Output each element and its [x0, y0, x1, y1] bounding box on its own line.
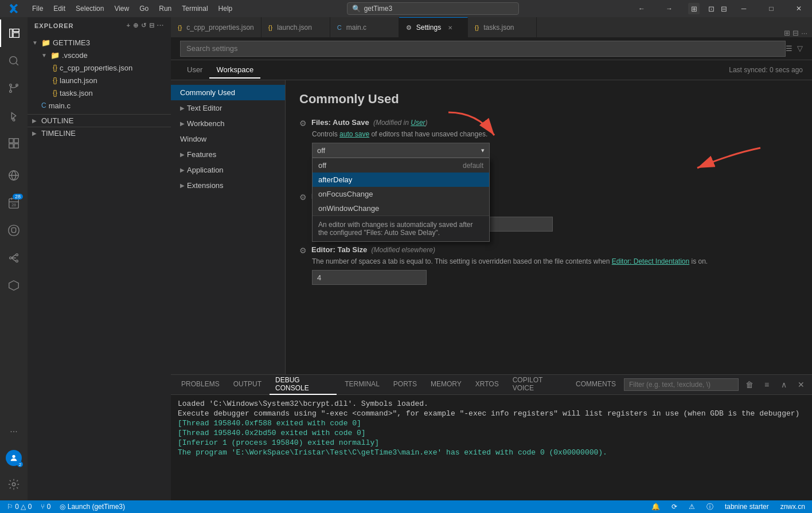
new-folder-icon[interactable]: ⊕ [133, 22, 139, 29]
panel-tab-memory[interactable]: MEMORY [425, 375, 467, 395]
tree-root-gettime3[interactable]: ▼ 📁 GETTIME3 [28, 36, 171, 49]
statusbar-errors[interactable]: ⚐ 0 △ 0 [5, 503, 34, 511]
account-avatar[interactable]: 2 [6, 450, 22, 466]
panel-tab-comments[interactable]: COMMENTS [570, 375, 622, 395]
minimize-button[interactable]: ─ [731, 0, 757, 17]
activity-hex-editor[interactable] [0, 272, 28, 299]
settings-main-content: Commonly Used ⚙ Files: Auto Save (Modifi… [286, 80, 812, 374]
menu-go[interactable]: Go [135, 2, 153, 15]
settings-tab-workspace[interactable]: Workspace [209, 62, 260, 79]
nav-workbench[interactable]: ▶ Workbench [171, 116, 285, 131]
menu-file[interactable]: File [28, 2, 48, 15]
activity-search[interactable] [0, 47, 28, 75]
panel-tab-ports[interactable]: PORTS [388, 375, 423, 395]
close-panel-icon[interactable]: ✕ [795, 378, 807, 391]
layout-icon[interactable]: ⊡ [705, 3, 717, 14]
settings-search-input[interactable] [180, 41, 786, 57]
setting-gear-icon[interactable]: ⚙ [299, 246, 307, 255]
console-line: Execute debugger commands using "-exec <… [178, 409, 805, 418]
activity-copilot[interactable] [0, 217, 28, 244]
tree-folder-vscode[interactable]: ▼ 📁 .vscode [28, 49, 171, 61]
more-actions-icon[interactable]: ··· [157, 22, 164, 29]
detect-indentation-link[interactable]: Editor: Detect Indentation [612, 257, 689, 265]
panel-filter-input[interactable] [624, 378, 739, 391]
auto-save-dropdown[interactable]: off ▾ [312, 143, 490, 158]
panel-tab-xrtos[interactable]: XRTOS [470, 375, 505, 395]
nav-commonly-used[interactable]: Commonly Used [171, 85, 285, 100]
maximize-button[interactable]: □ [758, 0, 784, 17]
statusbar-debug-config[interactable]: ◎ Launch (getTime3) [57, 503, 127, 511]
dropdown-option-off[interactable]: off default [313, 158, 489, 173]
tree-file-tasks[interactable]: {} tasks.json [28, 87, 171, 99]
dropdown-option-onwindowchange[interactable]: onWindowChange [313, 201, 489, 216]
tab-settings[interactable]: ⚙ Settings ✕ [399, 17, 468, 37]
outline-section[interactable]: ▶ OUTLINE [28, 114, 171, 127]
nav-back-button[interactable]: ← [628, 0, 655, 17]
nav-forward-button[interactable]: → [656, 0, 682, 17]
nav-extensions[interactable]: ▶ Extensions [171, 178, 285, 193]
activity-calendar[interactable]: 28 28 [0, 189, 28, 217]
refresh-icon[interactable]: ↺ [141, 22, 147, 29]
activity-run-debug[interactable] [0, 102, 28, 130]
statusbar-sync-icon[interactable]: ⟳ [669, 503, 680, 511]
menu-help[interactable]: Help [214, 2, 237, 15]
tree-file-main-c[interactable]: C main.c [28, 99, 171, 112]
modified-user-link[interactable]: User [411, 119, 425, 127]
statusbar-notification-icon[interactable]: 🔔 [649, 503, 662, 511]
nav-features[interactable]: ▶ Features [171, 147, 285, 162]
menu-selection[interactable]: Selection [71, 2, 108, 15]
search-box[interactable]: 🔍 getTime3 [347, 2, 519, 15]
menu-run[interactable]: Run [154, 2, 176, 15]
settings-list-icon[interactable]: ☰ [786, 44, 793, 53]
layout-split-icon[interactable]: ⊟ [718, 3, 729, 14]
nav-text-editor[interactable]: ▶ Text Editor [171, 100, 285, 116]
dropdown-option-afterdelay[interactable]: afterDelay [313, 173, 489, 187]
activity-remote[interactable] [0, 162, 28, 189]
activity-more[interactable]: ··· [0, 418, 28, 445]
tab-close-settings[interactable]: ✕ [446, 23, 455, 32]
menu-edit[interactable]: Edit [49, 2, 70, 15]
collapse-all-icon[interactable]: ⊟ [149, 22, 155, 29]
tree-file-launch[interactable]: {} launch.json [28, 74, 171, 87]
settings-filter-icon[interactable]: ▽ [797, 44, 803, 53]
settings-icon[interactable] [0, 471, 28, 498]
tab-tasks[interactable]: {} tasks.json [468, 17, 537, 37]
activity-extensions[interactable] [0, 130, 28, 157]
tree-file-c-cpp-props[interactable]: {} c_cpp_properties.json [28, 61, 171, 74]
statusbar-warning-icon[interactable]: ⚠ [686, 503, 697, 511]
maximize-panel-icon[interactable]: ∧ [778, 378, 790, 391]
more-tabs-icon[interactable]: ··· [801, 29, 807, 37]
setting-gear-icon[interactable]: ⚙ [299, 119, 307, 128]
split-editor-icon[interactable]: ⊞ [784, 29, 790, 37]
tab-size-input[interactable] [312, 270, 427, 285]
menu-view[interactable]: View [110, 2, 134, 15]
panel-tab-debug-console[interactable]: DEBUG CONSOLE [270, 375, 337, 395]
auto-save-link[interactable]: auto save [339, 130, 369, 138]
timeline-section[interactable]: ▶ TIMELINE [28, 127, 171, 139]
tab-main-c[interactable]: C main.c [330, 17, 399, 37]
statusbar-tabnine[interactable]: tabnine starter [723, 503, 771, 511]
statusbar-git[interactable]: ⑂ 0 [38, 503, 53, 511]
nav-application[interactable]: ▶ Application [171, 162, 285, 178]
new-file-icon[interactable]: + [126, 22, 130, 29]
panel-tab-terminal[interactable]: TERMINAL [339, 375, 385, 395]
panel-tab-output[interactable]: OUTPUT [228, 375, 267, 395]
panel-layout-icon[interactable]: ⊞ [688, 3, 700, 14]
activity-git-graph[interactable] [0, 244, 28, 272]
word-wrap-icon[interactable]: ≡ [760, 378, 773, 391]
activity-explorer[interactable] [0, 19, 28, 47]
statusbar-info[interactable]: ⓘ [704, 502, 716, 512]
tab-c-cpp-properties[interactable]: {} c_cpp_properties.json [171, 17, 261, 37]
setting-gear-icon[interactable]: ⚙ [299, 193, 307, 202]
tab-layout-icon[interactable]: ⊟ [793, 29, 799, 37]
close-button[interactable]: ✕ [786, 0, 812, 17]
menu-terminal[interactable]: Terminal [177, 2, 212, 15]
dropdown-option-onfocuschange[interactable]: onFocusChange [313, 187, 489, 201]
settings-tab-user[interactable]: User [180, 62, 209, 79]
activity-source-control[interactable] [0, 75, 28, 102]
nav-window[interactable]: Window [171, 131, 285, 147]
clear-console-icon[interactable]: 🗑 [743, 378, 756, 391]
panel-tab-problems[interactable]: PROBLEMS [175, 375, 225, 395]
panel-tab-copilot[interactable]: COPILOT VOICE [507, 375, 568, 395]
tab-launch[interactable]: {} launch.json [261, 17, 330, 37]
